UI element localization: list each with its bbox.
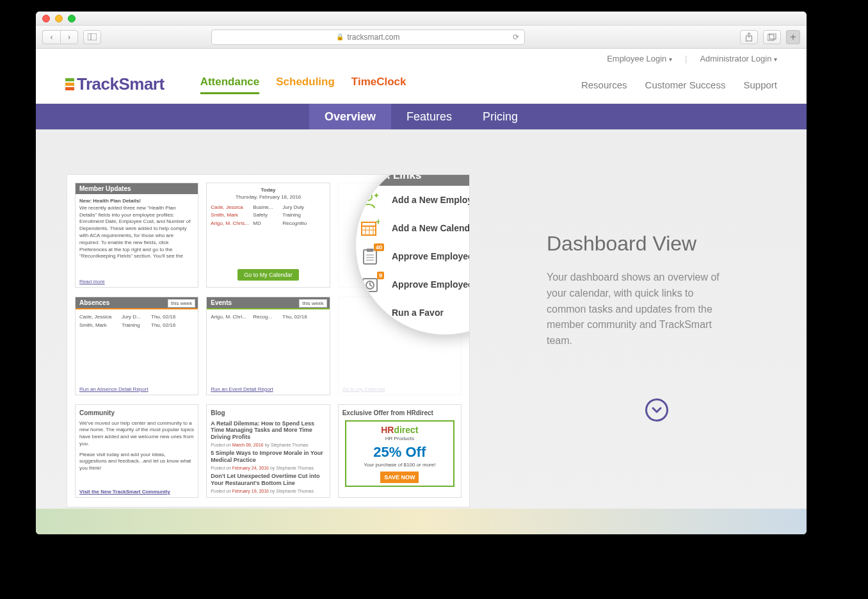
today-panel: Today Thursday, February 18, 2016 Cade, … — [206, 183, 330, 288]
tab-attendance[interactable]: Attendance — [200, 76, 260, 94]
mac-titlebar — [36, 12, 807, 26]
back-button[interactable]: ‹ — [42, 30, 60, 44]
zoom-window-button[interactable] — [68, 15, 76, 22]
offer-panel: Exclusive Offer from HRdirect HRdirect H… — [338, 404, 462, 498]
footer-gradient — [36, 509, 807, 534]
quicklink-add-calendar[interactable]: + Add a New Calendar Ev — [355, 214, 470, 242]
close-window-button[interactable] — [42, 15, 50, 22]
hero-section: Member Updates New: Health Plan Details!… — [36, 129, 807, 534]
svg-rect-9 — [362, 222, 376, 235]
absences-panel: Absences this week Cade, JessicaJury D..… — [75, 297, 198, 395]
brand-text: TrackSmart — [77, 74, 165, 94]
login-links: Employee Login ▾ | Administrator Login ▾ — [607, 54, 777, 63]
clipboard-icon — [360, 246, 380, 267]
go-to-calendar-link[interactable]: Go to my Calendar — [342, 386, 385, 392]
events-filter[interactable]: this week — [299, 299, 326, 308]
visit-community-link[interactable]: Visit the New TrackSmart Community — [79, 489, 170, 495]
hero-title: Dashboard View — [547, 232, 719, 256]
logo-icon — [65, 78, 74, 90]
quicklink-approve-time[interactable]: Approve Employee Tim — [355, 242, 470, 270]
hero-text: Dashboard View Your dashboard shows an o… — [470, 174, 719, 534]
svg-rect-0 — [88, 33, 97, 40]
calendar-plus-icon: + — [360, 218, 380, 238]
browser-window: ‹ › 🔒 tracksmart.com ⟳ + Employee Login … — [36, 12, 807, 534]
chevron-down-icon: ▾ — [669, 56, 672, 63]
sidebar-button[interactable] — [83, 30, 101, 44]
resources-link[interactable]: Resources — [581, 79, 627, 90]
quicklink-approve-employee[interactable]: Approve Employee — [355, 270, 470, 299]
admin-login-link[interactable]: Administrator Login ▾ — [700, 54, 777, 63]
go-to-calendar-button[interactable]: Go to My Calendar — [237, 269, 299, 281]
share-button[interactable] — [740, 30, 758, 44]
subnav-features[interactable]: Features — [391, 104, 467, 129]
dashboard-screenshot: Member Updates New: Health Plan Details!… — [67, 174, 470, 507]
product-tabs: Attendance Scheduling TimeClock — [200, 76, 406, 98]
member-updates-panel: Member Updates New: Health Plan Details!… — [75, 183, 198, 288]
scroll-down-button[interactable] — [645, 398, 668, 422]
absences-filter[interactable]: this week — [168, 299, 195, 308]
chevron-down-icon: ▾ — [774, 56, 777, 63]
events-panel: Events this week Arigo, M. Chri...Recog.… — [206, 297, 330, 395]
community-panel: Community We've moved our help center an… — [75, 404, 198, 498]
subnav-pricing[interactable]: Pricing — [467, 104, 533, 129]
forward-button[interactable]: › — [60, 30, 78, 44]
svg-rect-17 — [367, 249, 373, 252]
sub-navigation: Overview Features Pricing — [36, 104, 807, 129]
url-text: tracksmart.com — [347, 33, 399, 42]
subnav-overview[interactable]: Overview — [309, 104, 391, 129]
customer-success-link[interactable]: Customer Success — [645, 79, 726, 90]
tab-timeclock[interactable]: TimeClock — [351, 76, 406, 94]
svg-rect-16 — [364, 250, 376, 264]
blog-panel: Blog A Retail Dilemma: How to Spend Less… — [206, 404, 330, 498]
minimize-window-button[interactable] — [55, 15, 63, 22]
browser-toolbar: ‹ › 🔒 tracksmart.com ⟳ + — [36, 26, 807, 49]
read-more-link[interactable]: Read more — [79, 279, 105, 284]
svg-text:+: + — [376, 218, 380, 227]
hero-body: Your dashboard shows an overview of your… — [547, 270, 719, 349]
svg-rect-4 — [768, 35, 774, 40]
absence-report-link[interactable]: Run an Absence Detail Report — [79, 386, 149, 392]
svg-rect-5 — [769, 33, 776, 39]
brand-logo[interactable]: TrackSmart — [65, 74, 165, 98]
reload-icon[interactable]: ⟳ — [513, 33, 519, 42]
event-report-link[interactable]: Run an Event Detail Report — [211, 386, 273, 392]
svg-line-24 — [370, 285, 372, 286]
utility-nav: Resources Customer Success Support — [581, 79, 777, 90]
site-content: Employee Login ▾ | Administrator Login ▾… — [36, 49, 807, 534]
tab-scheduling[interactable]: Scheduling — [276, 76, 335, 94]
employee-login-link[interactable]: Employee Login ▾ — [607, 54, 672, 63]
support-link[interactable]: Support — [743, 79, 777, 90]
lock-icon: 🔒 — [336, 33, 344, 40]
save-now-button[interactable]: SAVE NOW — [380, 472, 419, 483]
tabs-button[interactable] — [763, 30, 781, 44]
new-tab-button[interactable]: + — [786, 30, 800, 44]
address-bar[interactable]: 🔒 tracksmart.com ⟳ — [211, 29, 525, 45]
